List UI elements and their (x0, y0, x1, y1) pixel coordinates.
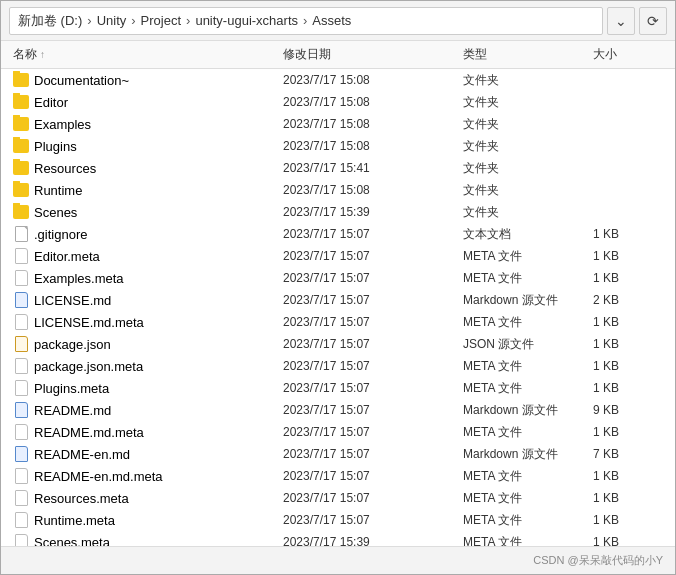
file-type: META 文件 (459, 533, 589, 547)
meta-icon (13, 358, 29, 374)
file-date: 2023/7/17 15:07 (279, 380, 459, 396)
folder-icon (13, 182, 29, 198)
file-name: Editor (34, 95, 68, 110)
file-type: 文件夹 (459, 159, 589, 178)
meta-icon (13, 314, 29, 330)
file-size: 1 KB (589, 380, 669, 396)
table-row[interactable]: package.json.meta2023/7/17 15:07META 文件1… (1, 355, 675, 377)
file-size: 2 KB (589, 292, 669, 308)
file-size: 1 KB (589, 226, 669, 242)
sort-arrow-name: ↑ (40, 49, 45, 60)
file-size (589, 79, 669, 81)
file-name-cell: README.md (9, 401, 279, 419)
breadcrumb-separator: › (303, 13, 307, 28)
refresh-btn[interactable]: ⟳ (639, 7, 667, 35)
file-size: 1 KB (589, 468, 669, 484)
file-name-cell: README-en.md.meta (9, 467, 279, 485)
col-date[interactable]: 修改日期 (279, 43, 459, 66)
table-row[interactable]: Examples.meta2023/7/17 15:07META 文件1 KB (1, 267, 675, 289)
file-name: Examples (34, 117, 91, 132)
folder-icon (13, 72, 29, 88)
file-type: META 文件 (459, 313, 589, 332)
file-type: META 文件 (459, 379, 589, 398)
file-name-cell: Editor.meta (9, 247, 279, 265)
file-name: Plugins (34, 139, 77, 154)
file-date: 2023/7/17 15:07 (279, 446, 459, 462)
meta-icon (13, 490, 29, 506)
file-name-cell: Resources (9, 159, 279, 177)
table-row[interactable]: Documentation~2023/7/17 15:08文件夹 (1, 69, 675, 91)
table-row[interactable]: LICENSE.md.meta2023/7/17 15:07META 文件1 K… (1, 311, 675, 333)
file-date: 2023/7/17 15:39 (279, 204, 459, 220)
meta-icon (13, 468, 29, 484)
col-name[interactable]: 名称 ↑ (9, 43, 279, 66)
table-row[interactable]: Editor2023/7/17 15:08文件夹 (1, 91, 675, 113)
file-type: META 文件 (459, 357, 589, 376)
file-type: META 文件 (459, 467, 589, 486)
file-list[interactable]: Documentation~2023/7/17 15:08文件夹Editor20… (1, 69, 675, 546)
table-row[interactable]: LICENSE.md2023/7/17 15:07Markdown 源文件2 K… (1, 289, 675, 311)
breadcrumb-item[interactable]: unity-ugui-xcharts (193, 13, 300, 28)
breadcrumb-separator: › (87, 13, 91, 28)
file-size (589, 189, 669, 191)
table-row[interactable]: README-en.md2023/7/17 15:07Markdown 源文件7… (1, 443, 675, 465)
table-row[interactable]: Scenes2023/7/17 15:39文件夹 (1, 201, 675, 223)
file-name-cell: README-en.md (9, 445, 279, 463)
md-icon (13, 402, 29, 418)
table-row[interactable]: Scenes.meta2023/7/17 15:39META 文件1 KB (1, 531, 675, 546)
file-date: 2023/7/17 15:07 (279, 512, 459, 528)
file-name-cell: Resources.meta (9, 489, 279, 507)
table-row[interactable]: README.md2023/7/17 15:07Markdown 源文件9 KB (1, 399, 675, 421)
file-name: README-en.md (34, 447, 130, 462)
table-row[interactable]: Plugins2023/7/17 15:08文件夹 (1, 135, 675, 157)
file-date: 2023/7/17 15:39 (279, 534, 459, 546)
table-row[interactable]: README.md.meta2023/7/17 15:07META 文件1 KB (1, 421, 675, 443)
file-type: 文本文档 (459, 225, 589, 244)
file-name-cell: Plugins (9, 137, 279, 155)
table-row[interactable]: Runtime.meta2023/7/17 15:07META 文件1 KB (1, 509, 675, 531)
table-row[interactable]: README-en.md.meta2023/7/17 15:07META 文件1… (1, 465, 675, 487)
file-name-cell: LICENSE.md (9, 291, 279, 309)
md-icon (13, 292, 29, 308)
table-row[interactable]: package.json2023/7/17 15:07JSON 源文件1 KB (1, 333, 675, 355)
table-row[interactable]: Runtime2023/7/17 15:08文件夹 (1, 179, 675, 201)
file-size (589, 123, 669, 125)
breadcrumb-item[interactable]: Assets (310, 13, 353, 28)
meta-icon (13, 512, 29, 528)
dropdown-btn[interactable]: ⌄ (607, 7, 635, 35)
table-row[interactable]: Resources2023/7/17 15:41文件夹 (1, 157, 675, 179)
file-name-cell: Runtime.meta (9, 511, 279, 529)
file-type: META 文件 (459, 247, 589, 266)
file-name: LICENSE.md (34, 293, 111, 308)
breadcrumb-item[interactable]: Unity (95, 13, 129, 28)
folder-icon (13, 116, 29, 132)
breadcrumb-separator: › (186, 13, 190, 28)
file-name: Runtime (34, 183, 82, 198)
file-date: 2023/7/17 15:07 (279, 490, 459, 506)
file-name-cell: Scenes.meta (9, 533, 279, 546)
file-name: .gitignore (34, 227, 87, 242)
file-type: Markdown 源文件 (459, 401, 589, 420)
table-row[interactable]: Examples2023/7/17 15:08文件夹 (1, 113, 675, 135)
file-size: 1 KB (589, 424, 669, 440)
file-name-cell: package.json (9, 335, 279, 353)
file-name: Plugins.meta (34, 381, 109, 396)
file-date: 2023/7/17 15:08 (279, 94, 459, 110)
file-date: 2023/7/17 15:07 (279, 468, 459, 484)
file-type: Markdown 源文件 (459, 445, 589, 464)
file-size: 1 KB (589, 336, 669, 352)
table-row[interactable]: Plugins.meta2023/7/17 15:07META 文件1 KB (1, 377, 675, 399)
breadcrumb[interactable]: 新加卷 (D:)›Unity›Project›unity-ugui-xchart… (9, 7, 603, 35)
file-explorer-window: 新加卷 (D:)›Unity›Project›unity-ugui-xchart… (0, 0, 676, 575)
file-name: Scenes (34, 205, 77, 220)
file-size: 1 KB (589, 512, 669, 528)
col-size[interactable]: 大小 (589, 43, 669, 66)
table-row[interactable]: .gitignore2023/7/17 15:07文本文档1 KB (1, 223, 675, 245)
file-icon (13, 226, 29, 242)
breadcrumb-item[interactable]: Project (139, 13, 183, 28)
table-row[interactable]: Resources.meta2023/7/17 15:07META 文件1 KB (1, 487, 675, 509)
breadcrumb-item[interactable]: 新加卷 (D:) (16, 12, 84, 30)
file-name-cell: package.json.meta (9, 357, 279, 375)
table-row[interactable]: Editor.meta2023/7/17 15:07META 文件1 KB (1, 245, 675, 267)
col-type[interactable]: 类型 (459, 43, 589, 66)
